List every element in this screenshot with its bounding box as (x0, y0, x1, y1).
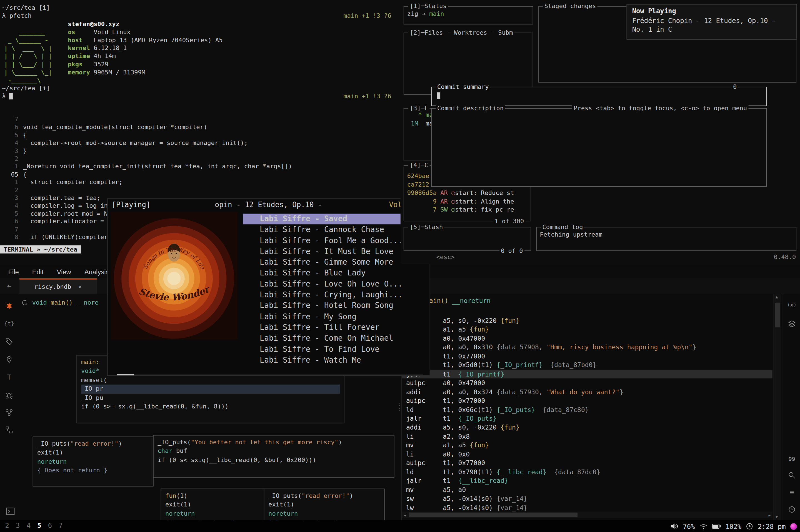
asm-line[interactable]: mva5, a0 (402, 486, 772, 494)
disasm-line[interactable]: _IO_puts("read error!") (37, 439, 149, 449)
commit-description-popup[interactable]: Commit description Press <tab> to toggle… (431, 108, 767, 187)
playlist-track[interactable]: Labi Siffre - To Find Love (243, 344, 423, 355)
disasm-line[interactable]: if (0 s< sx.q(__libc_read(0, &buf, 0x200… (158, 456, 390, 465)
asm-line[interactable]: jalrt1 {_IO_puts} (402, 414, 772, 423)
playlist-track[interactable]: Labi Siffre - Crying, Laughi... (243, 290, 423, 300)
playlist-track[interactable]: Labi Siffre - My Song (243, 311, 423, 322)
code-line[interactable]: 1_Noreturn void tea_compiler_init(struct… (5, 163, 292, 171)
asm-line[interactable]: jalrt1 {__libc_read} (402, 476, 772, 486)
playlist-track[interactable]: Labi Siffre - Cannock Chase (243, 225, 423, 235)
scrollbar-thumb[interactable] (409, 513, 577, 517)
asm-line[interactable]: ldt1, 0x790(t1) {__libc_read} {data_87dc… (402, 468, 772, 476)
asm-line[interactable]: lia0, 0x0 (402, 450, 772, 459)
disasm-line[interactable]: memset( (81, 376, 340, 384)
playlist-track[interactable]: Labi Siffre - Gimme Some More (243, 257, 423, 268)
now-playing-notification[interactable]: Now Playing Frédéric Chopin - 12 Etudes,… (627, 4, 797, 40)
asm-line[interactable]: lwa5, -0x14(s0) {var_14} (402, 503, 772, 512)
close-icon[interactable]: × (78, 283, 82, 290)
disasm-line[interactable]: _IO_pr (81, 384, 340, 394)
disasm-line[interactable]: _IO_pu (81, 394, 340, 402)
menu-item[interactable]: Edit (32, 268, 43, 276)
disasm-line[interactable]: exit(1) (37, 449, 149, 457)
asm-line[interactable]: jalrt1 {_IO_printf} (402, 369, 772, 378)
linear-view[interactable]: void main() __noreturn addia5, s0, -0x22… (402, 294, 772, 520)
asm-line[interactable]: swa5, -0x14(s0) {var_14} (402, 494, 772, 503)
disasm-line[interactable]: exit(1) (268, 501, 380, 510)
seek-bar[interactable] (117, 374, 423, 375)
asm-line[interactable]: auipct1, 0x77000 (402, 459, 772, 468)
workspace-tag[interactable]: 7 (58, 522, 64, 530)
scrollbar-thumb[interactable] (775, 303, 780, 327)
stack-icon[interactable] (788, 320, 796, 328)
workspace-tag[interactable]: 2 (4, 522, 10, 530)
asm-line[interactable]: auipct1, 0x77000 (402, 396, 772, 405)
asm-line[interactable]: luia0, 0x47000 (402, 334, 772, 343)
asm-line[interactable]: mva1, a5 {fun} (402, 441, 772, 450)
code-line[interactable]: 1 struct compiler compiler; (5, 178, 292, 186)
code-line[interactable]: 65{ (5, 171, 292, 178)
workspace-tag[interactable]: 6 (47, 522, 53, 530)
playlist-track[interactable]: Labi Siffre - Love Oh Love O... (243, 279, 423, 290)
asm-line[interactable]: addia5, s0, -0x220 {fun} (402, 423, 772, 432)
playlist-track[interactable]: Labi Siffre - Saved (243, 214, 423, 225)
code-line[interactable]: 2 (5, 187, 292, 194)
scroll-left-icon[interactable]: ◄ (404, 513, 406, 518)
playlist-track[interactable]: Labi Siffre - Fool Me a Good... (243, 235, 423, 246)
code-line[interactable]: 6void tea_compile_module(struct compiler… (5, 124, 292, 131)
menu-item[interactable]: File (8, 268, 19, 276)
disasm-line[interactable]: { Does not return } (37, 466, 149, 475)
variables-icon[interactable]: (x) (787, 302, 796, 307)
code-line[interactable]: 5{ (5, 132, 292, 139)
disasm-line[interactable]: noreturn (165, 510, 260, 518)
asm-line[interactable]: ldt1, 0x5d0(t1) {_IO_printf} {data_87bd0… (402, 361, 772, 369)
disasm-line[interactable]: char buf (158, 447, 390, 456)
prompt-line[interactable]: λ pfetch (2, 12, 31, 19)
scroll-down-icon[interactable]: ▼ (776, 514, 778, 519)
asm-line[interactable]: lia2, 0x8 (402, 432, 772, 441)
asm-line[interactable]: auipca0, 0x47000 (402, 378, 772, 387)
asm-line[interactable]: mva1, a5 {fun} (402, 325, 772, 334)
playlist-track[interactable]: Labi Siffre - Come On Michael (243, 333, 423, 344)
horizontal-scrollbar[interactable]: ◄ ► (402, 511, 772, 518)
history-icon[interactable] (788, 505, 796, 513)
asm-line[interactable]: addia5, s0, -0x220 {fun} (402, 316, 772, 325)
commit-row[interactable]: 9 AR ○start: Align the (407, 197, 530, 206)
playlist-track[interactable]: Labi Siffre - Watch Me (243, 355, 423, 366)
disasm-line[interactable]: noreturn (37, 457, 149, 466)
status-panel[interactable]: [1]─Status zig → main (404, 6, 533, 24)
disasm-line[interactable]: _IO_puts("read error!") (268, 492, 380, 501)
disasm-line[interactable]: exit(1) (165, 501, 260, 510)
commit-summary-popup[interactable]: Commit summary 0 (431, 87, 767, 106)
asm-line[interactable]: ldt1, 0x66c(t1) {_IO_puts} {data_87c80} (402, 405, 772, 414)
workspace-tag[interactable]: 4 (25, 522, 32, 530)
playlist-track[interactable]: Labi Siffre - Blue Lady (243, 268, 423, 279)
playlist[interactable]: Labi Siffre - SavedLabi Siffre - Cannock… (243, 214, 423, 366)
scroll-up-icon[interactable]: ▲ (776, 295, 778, 300)
code-line[interactable]: 4 compiler->root_mod->source_manager = s… (5, 139, 292, 147)
prompt-line[interactable]: λ (2, 93, 13, 100)
scroll-right-icon[interactable]: ► (768, 513, 771, 518)
disasm-line[interactable]: _IO_puts("You better not let this get mo… (158, 438, 390, 447)
asm-line[interactable]: addia0, a0, 0x324 {data_57930, "What do … (402, 387, 772, 396)
find-icon[interactable] (788, 471, 796, 479)
stash-panel[interactable]: [5]─Stash 0 of 0 (404, 227, 531, 251)
asm-line[interactable]: addia0, a0, 0x310 {data_57908, "Hmm, ris… (402, 343, 772, 352)
splitter-handle[interactable]: :: (398, 402, 401, 411)
code-line[interactable]: 7 (5, 116, 292, 124)
basic-block-riscy[interactable]: _IO_puts("You better not let this get mo… (153, 435, 394, 478)
vertical-scrollbar[interactable]: ▲ ▼ (773, 294, 781, 520)
menu-item[interactable]: View (57, 268, 71, 276)
code-line[interactable]: 2 (5, 155, 292, 163)
workspace-tag[interactable]: 5 (36, 522, 42, 530)
badge-99[interactable]: 99 (788, 456, 795, 462)
disasm-line[interactable]: fun(1) (165, 492, 260, 501)
code-line[interactable]: 3} (5, 147, 292, 155)
workspace-tag[interactable]: 3 (15, 522, 21, 530)
disasm-line[interactable]: noreturn (268, 510, 380, 518)
menu-icon[interactable]: ≡ (790, 488, 794, 496)
playlist-track[interactable]: Labi Siffre - It Must Be Love (243, 246, 423, 257)
playlist-track[interactable]: Labi Siffre - Till Forever (243, 322, 423, 333)
menu-item[interactable]: Analysis (85, 268, 109, 276)
playlist-track[interactable]: Labi Siffre - Hotel Room Song (243, 301, 423, 311)
tab-riscy-bndb[interactable]: riscy.bndb × (19, 279, 97, 294)
